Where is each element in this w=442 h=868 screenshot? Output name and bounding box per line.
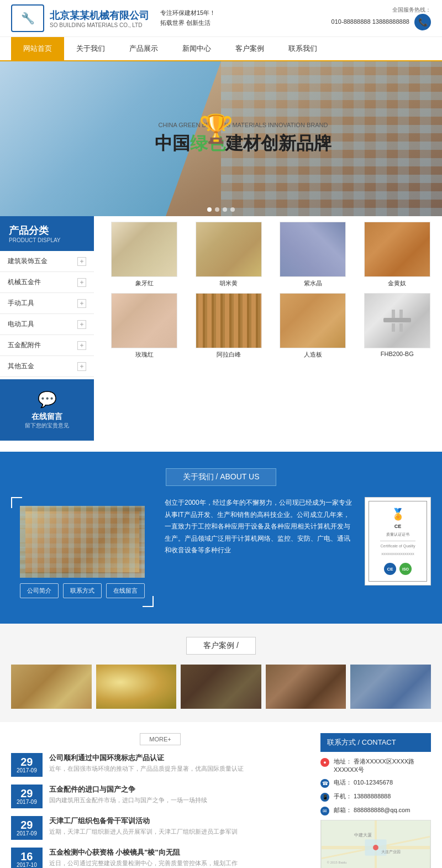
- sidebar-title-cn: 产品分类: [9, 224, 85, 237]
- online-message-box[interactable]: 💬 在线留言 留下您的宝贵意见: [0, 379, 94, 441]
- news-title-2[interactable]: 五金配件的进口与国产之争: [49, 785, 207, 794]
- cert-logo-icon: 🏅: [391, 508, 405, 521]
- sidebar-item-hardware2[interactable]: 机械五金件 +: [0, 272, 94, 293]
- company-name-cn: 北京某某机械有限公司: [50, 9, 149, 22]
- case-item-2[interactable]: [96, 665, 177, 709]
- nav-link-about[interactable]: 关于我们: [64, 37, 117, 60]
- online-message-button[interactable]: 在线留言: [106, 583, 145, 598]
- news-month-3: 2017-09: [17, 830, 37, 836]
- nav-item-news[interactable]: 新闻中心: [170, 37, 223, 60]
- news-desc-3: 近期，天津工厂组织新进人员开展军训，天津工厂组织新进员工参军训: [49, 828, 238, 836]
- logo-area: 🔧 北京某某机械有限公司 SO BUILDING MATERIALS CO., …: [11, 4, 215, 32]
- news-title-1[interactable]: 公司顺利通过中国环境标志产品认证: [49, 753, 244, 763]
- case-image-4: [266, 665, 346, 709]
- news-month-2: 2017-09: [17, 799, 37, 805]
- category-label-5: 五金配附件: [8, 341, 41, 350]
- email-text: 邮箱： 888888888@qq.com: [334, 806, 410, 814]
- cases-title-bar: 客户案例 /: [11, 637, 431, 655]
- contact-phone: ☎ 电话： 010-12345678: [320, 778, 431, 788]
- product-item-1[interactable]: 象牙红: [105, 222, 184, 287]
- news-desc-2: 国内建筑用五金配件市场，进口与国产之争，一场一场持续: [49, 796, 207, 804]
- sidebar-item-tools1[interactable]: 手动工具 +: [0, 293, 94, 314]
- product-item-7[interactable]: 人造板: [273, 293, 352, 359]
- expand-icon-2: +: [77, 278, 86, 287]
- hotline-label: 全国服务热线：: [332, 6, 431, 14]
- cert-logos: CE ISO: [384, 563, 412, 575]
- news-title-3[interactable]: 天津工厂组织包备骨干军训活动: [49, 816, 238, 826]
- case-item-3[interactable]: [181, 665, 261, 709]
- svg-point-10: [373, 845, 378, 850]
- banner-dot-2[interactable]: [215, 207, 219, 212]
- contact-header: 联系方式 / CONTACT: [320, 733, 431, 752]
- product-image-6: [196, 293, 262, 348]
- case-item-4[interactable]: [266, 665, 346, 709]
- contact-way-button[interactable]: 联系方式: [63, 583, 102, 598]
- mobile-text: 手机： 13888888888: [334, 792, 391, 801]
- banner-title: 中国绿色建材创新品牌: [155, 132, 332, 156]
- product-image-2: [196, 222, 262, 277]
- sidebar-item-hardware1[interactable]: 建筑装饰五金 +: [0, 251, 94, 272]
- news-month-1: 2017-09: [17, 767, 37, 773]
- news-content-3: 天津工厂组织包备骨干军训活动 近期，天津工厂组织新进人员开展军训，天津工厂组织新…: [49, 816, 238, 836]
- address-text: 地址： 香港XXXXX区XXXX路XXXXXX号: [334, 757, 431, 774]
- banner-dot-3[interactable]: [223, 207, 227, 212]
- nav-link-news[interactable]: 新闻中心: [170, 37, 223, 60]
- product-item-8[interactable]: FHB200-BG: [358, 293, 437, 359]
- product-name-7: 人造板: [273, 351, 352, 359]
- more-button[interactable]: MORE+: [140, 733, 180, 745]
- product-item-5[interactable]: 玫瑰红: [105, 293, 184, 359]
- product-name-4: 金黄奴: [358, 279, 437, 287]
- news-desc-1: 近年，在国强市场环境的推动下，产品品质提升显著，优高国际质量认证: [49, 765, 244, 773]
- product-item-2[interactable]: 胡米黄: [190, 222, 269, 287]
- cert-text: CE 质量认证证书 Certificate of Quality xxxxxxx…: [380, 523, 415, 557]
- svg-rect-4: [399, 323, 403, 332]
- nav-link-contact[interactable]: 联系我们: [276, 37, 329, 60]
- address-label: 地址：: [334, 758, 352, 765]
- news-day-4: 16: [17, 851, 37, 862]
- site-header: 🔧 北京某某机械有限公司 SO BUILDING MATERIALS CO., …: [0, 0, 442, 37]
- nav-item-products[interactable]: 产品展示: [117, 37, 170, 60]
- phone-contact-icon: ☎: [320, 779, 329, 788]
- news-date-2: 29 2017-09: [11, 785, 43, 808]
- sidebar-title-en: PRODUCT DISPLAY: [9, 237, 85, 243]
- company-intro-button[interactable]: 公司简介: [20, 583, 59, 598]
- case-image-3: [181, 665, 261, 709]
- category-menu: 建筑装饰五金 + 机械五金件 + 手动工具 + 电动工具 +: [0, 251, 94, 377]
- nav-link-products[interactable]: 产品展示: [117, 37, 170, 60]
- svg-text:大连产业园: 大连产业园: [381, 850, 401, 854]
- product-image-3: [280, 222, 346, 277]
- cert-icon-1: CE: [384, 563, 396, 575]
- product-item-4[interactable]: 金黄奴: [358, 222, 437, 287]
- products-grid: 象牙红 胡米黄 紫水晶 金黄奴 玫瑰红 阿拉白峰: [105, 222, 436, 359]
- news-desc-4: 近日，公司通过完整建设质量检测中心，完善质量管控体系，规划工作: [49, 859, 238, 867]
- cert-inner: 🏅 CE 质量认证证书 Certificate of Quality xxxxx…: [369, 501, 427, 582]
- phone-text: 电话： 010-12345678: [334, 778, 393, 787]
- nav-item-home[interactable]: 网站首页: [11, 37, 64, 60]
- case-item-1[interactable]: [11, 665, 92, 709]
- news-title-4[interactable]: 五金检测中心获资格 小棱镜具"棱"向无阻: [49, 848, 238, 857]
- expand-icon-4: +: [77, 320, 86, 329]
- nav-item-about[interactable]: 关于我们: [64, 37, 117, 60]
- email-label: 邮箱：: [334, 807, 352, 813]
- expand-icon-5: +: [77, 341, 86, 350]
- nav-link-cases[interactable]: 客户案例: [223, 37, 276, 60]
- sidebar-item-other[interactable]: 其他五金 +: [0, 356, 94, 377]
- contact-email: ✉ 邮箱： 888888888@qq.com: [320, 806, 431, 815]
- sidebar-item-tools2[interactable]: 电动工具 +: [0, 314, 94, 335]
- product-image-1: [111, 222, 177, 277]
- about-section: 关于我们 / ABOUT US 公司简介 联系方式 在线留言 创立于2000年，…: [0, 452, 442, 624]
- more-btn-area: MORE+: [11, 733, 309, 745]
- product-item-6[interactable]: 阿拉白峰: [190, 293, 269, 359]
- banner-dot-4[interactable]: [230, 207, 235, 212]
- corner-decoration-br: [143, 596, 154, 607]
- news-date-4: 16 2017-10: [11, 848, 43, 868]
- about-title-bar: 关于我们 / ABOUT US: [11, 468, 431, 486]
- sidebar-item-accessories[interactable]: 五金配附件 +: [0, 335, 94, 356]
- product-item-3[interactable]: 紫水晶: [273, 222, 352, 287]
- category-label-6: 其他五金: [8, 362, 34, 371]
- nav-item-contact[interactable]: 联系我们: [276, 37, 329, 60]
- nav-item-cases[interactable]: 客户案例: [223, 37, 276, 60]
- case-item-5[interactable]: [350, 665, 431, 709]
- nav-link-home[interactable]: 网站首页: [11, 37, 64, 60]
- banner-dot-1[interactable]: [207, 207, 212, 212]
